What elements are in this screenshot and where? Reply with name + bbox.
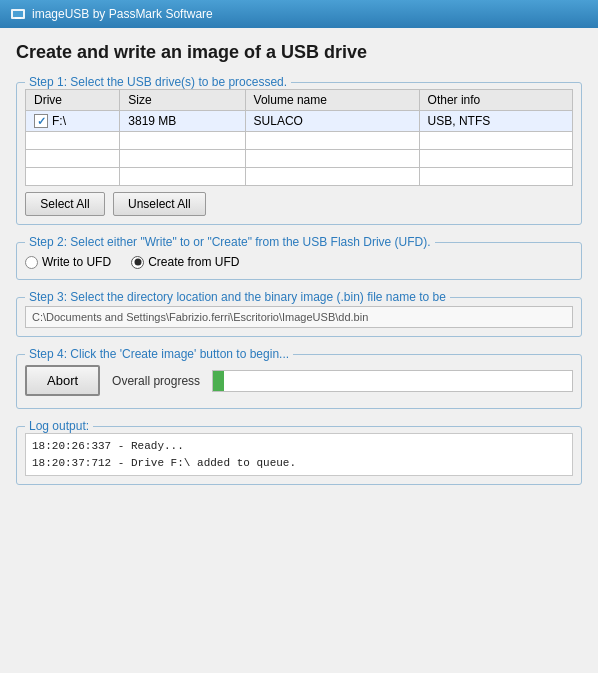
step2-legend: Step 2: Select either "Write" to or "Cre… (25, 235, 435, 249)
file-path-input[interactable] (25, 306, 573, 328)
write-label: Write to UFD (42, 255, 111, 269)
create-label: Create from UFD (148, 255, 239, 269)
create-from-ufd-option[interactable]: Create from UFD (131, 255, 239, 269)
unselect-all-button[interactable]: Unselect All (113, 192, 206, 216)
select-all-button[interactable]: Select All (25, 192, 105, 216)
col-other: Other info (419, 90, 572, 111)
table-row-empty1 (26, 132, 573, 150)
step2-section: Step 2: Select either "Write" to or "Cre… (16, 235, 582, 280)
size-cell: 3819 MB (120, 111, 245, 132)
log-line-2: 18:20:37:712 - Drive F:\ added to queue. (32, 455, 566, 472)
drive-btn-row: Select All Unselect All (25, 192, 573, 216)
radio-row: Write to UFD Create from UFD (25, 249, 573, 271)
table-row-empty3 (26, 168, 573, 186)
log-content: 18:20:26:337 - Ready... 18:20:37:712 - D… (25, 433, 573, 476)
create-radio[interactable] (131, 256, 144, 269)
table-row-empty2 (26, 150, 573, 168)
drive-checkbox[interactable]: ✓ (34, 114, 48, 128)
step1-legend: Step 1: Select the USB drive(s) to be pr… (25, 75, 291, 89)
svg-rect-2 (15, 17, 21, 19)
step4-section: Step 4: Click the 'Create image' button … (16, 347, 582, 409)
step1-section: Step 1: Select the USB drive(s) to be pr… (16, 75, 582, 225)
drive-cell: ✓ F:\ (26, 111, 120, 132)
drive-table: Drive Size Volume name Other info ✓ F:\ … (25, 89, 573, 186)
abort-button[interactable]: Abort (25, 365, 100, 396)
main-content: Create and write an image of a USB drive… (0, 28, 598, 673)
step3-legend: Step 3: Select the directory location an… (25, 290, 450, 304)
progress-bar-fill (213, 371, 224, 391)
log-section: Log output: 18:20:26:337 - Ready... 18:2… (16, 419, 582, 485)
table-row: ✓ F:\ 3819 MB SULACO USB, NTFS (26, 111, 573, 132)
log-line-1: 18:20:26:337 - Ready... (32, 438, 566, 455)
title-bar: imageUSB by PassMark Software (0, 0, 598, 28)
window-title: imageUSB by PassMark Software (32, 7, 213, 21)
progress-label: Overall progress (112, 374, 200, 388)
app-icon (10, 6, 26, 22)
other-cell: USB, NTFS (419, 111, 572, 132)
drive-label: F:\ (52, 114, 66, 128)
log-legend: Log output: (25, 419, 93, 433)
page-title: Create and write an image of a USB drive (16, 42, 582, 63)
write-to-ufd-option[interactable]: Write to UFD (25, 255, 111, 269)
col-size: Size (120, 90, 245, 111)
step3-section: Step 3: Select the directory location an… (16, 290, 582, 337)
progress-bar-container (212, 370, 573, 392)
step4-legend: Step 4: Click the 'Create image' button … (25, 347, 293, 361)
col-drive: Drive (26, 90, 120, 111)
write-radio[interactable] (25, 256, 38, 269)
col-volume: Volume name (245, 90, 419, 111)
svg-rect-1 (13, 11, 23, 17)
volume-cell: SULACO (245, 111, 419, 132)
step4-row: Abort Overall progress (25, 361, 573, 400)
